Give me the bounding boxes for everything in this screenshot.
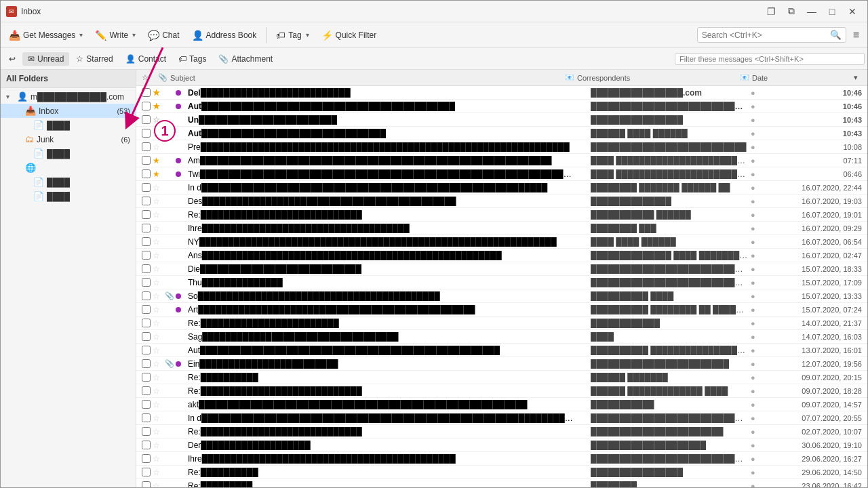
email-subject[interactable]: Ans█████████████████████████████████████…	[185, 251, 576, 260]
table-row[interactable]: ☆ Re:████████████████████████████ ██████…	[136, 208, 867, 222]
star-button[interactable]: ☆	[153, 454, 165, 464]
table-row[interactable]: ☆ Die████████████████████████████ ██████…	[136, 262, 867, 276]
col-header-date[interactable]: Date	[749, 74, 851, 82]
email-correspondent[interactable]: ████████████████	[588, 115, 751, 125]
email-subject[interactable]: Re:████████████████████████████	[185, 427, 576, 436]
star-button[interactable]: ☆	[153, 291, 165, 301]
email-subject[interactable]: So██████████████████████████████████████…	[185, 291, 576, 301]
attachment-filter-button[interactable]: 📎 Attachment	[213, 52, 278, 66]
email-subject[interactable]: Art█████████████████████████████████████…	[185, 305, 576, 314]
chat-button[interactable]: 💬 Chat	[142, 27, 184, 43]
email-checkbox[interactable]	[142, 102, 151, 110]
table-row[interactable]: ☆ Art███████████████████████████████████…	[136, 303, 867, 317]
tag-dropdown-arrow[interactable]: ▾	[306, 31, 309, 39]
star-button[interactable]: ☆	[153, 413, 165, 423]
row-checkbox[interactable]	[139, 183, 153, 192]
email-checkbox[interactable]	[142, 142, 151, 151]
star-button[interactable]: ☆	[153, 197, 165, 206]
quick-filter-button[interactable]: ⚡ Quick Filter	[316, 27, 382, 43]
email-correspondent[interactable]: ██████ ███████	[588, 373, 751, 382]
email-subject[interactable]: NY██████████████████████████████████████…	[185, 237, 576, 247]
row-checkbox[interactable]	[139, 481, 153, 487]
back-button[interactable]: ↩	[3, 52, 21, 66]
star-button[interactable]: ☆	[153, 373, 165, 382]
email-subject[interactable]: Re:██████████	[185, 373, 576, 382]
email-checkbox[interactable]	[142, 183, 151, 192]
row-checkbox[interactable]	[139, 413, 153, 422]
row-checkbox[interactable]	[139, 264, 153, 273]
row-checkbox[interactable]	[139, 156, 153, 165]
row-checkbox[interactable]	[139, 115, 153, 124]
star-button[interactable]: ☆	[153, 400, 165, 409]
email-subject[interactable]: Re:████████████████████████	[185, 319, 576, 328]
get-messages-button[interactable]: 📥 Get Messages ▾	[3, 27, 88, 43]
email-checkbox[interactable]	[142, 210, 151, 219]
row-checkbox[interactable]	[139, 386, 153, 395]
email-correspondent[interactable]: ██████████████ ████ ████████████████	[588, 251, 751, 260]
email-correspondent[interactable]: ███████████████████████████	[588, 142, 751, 152]
email-checkbox[interactable]	[142, 156, 151, 165]
row-checkbox[interactable]	[139, 454, 153, 463]
email-subject[interactable]: Sag██████████████████████████████████	[185, 332, 576, 342]
row-checkbox[interactable]	[139, 129, 153, 138]
email-checkbox[interactable]	[142, 264, 151, 273]
table-row[interactable]: ☆ Re:████████████████████████ ██████████…	[136, 317, 867, 330]
star-button[interactable]: ☆	[153, 332, 165, 342]
email-correspondent[interactable]: ██████ ████ ██████	[588, 129, 751, 138]
sidebar-account[interactable]: ▾ 👤 m████████████.com	[1, 89, 136, 104]
tag-button[interactable]: 🏷 Tag ▾	[271, 27, 314, 43]
table-row[interactable]: ☆ Ihre██████████████████████████████████…	[136, 452, 867, 466]
email-checkbox[interactable]	[142, 400, 151, 409]
table-row[interactable]: ★ Aut███████████████████████████████████…	[136, 100, 867, 113]
star-button[interactable]: ☆	[153, 142, 165, 152]
email-checkbox[interactable]	[142, 481, 151, 487]
table-row[interactable]: ★ Del██████████████████████████ ████████…	[136, 86, 867, 100]
table-row[interactable]: ☆ In d██████████████████████████████████…	[136, 411, 867, 425]
sidebar-item-extra[interactable]: 🌐	[1, 161, 136, 175]
email-correspondent[interactable]: ████████████████████████████	[588, 102, 751, 111]
sidebar-doc4[interactable]: 📄 ████	[1, 189, 136, 203]
email-correspondent[interactable]: ███████████	[588, 400, 751, 409]
email-correspondent[interactable]: ███████████ ██████	[588, 210, 751, 220]
email-subject[interactable]: Ihre████████████████████████████████████…	[185, 454, 576, 464]
col-header-star[interactable]: ☆	[139, 73, 155, 82]
table-row[interactable]: ☆ In d██████████████████████████████████…	[136, 181, 867, 195]
email-checkbox[interactable]	[142, 88, 151, 97]
email-subject[interactable]: Am██████████████████████████████████████…	[185, 156, 576, 165]
email-correspondent[interactable]: ████████ ███████ ██████ ██	[588, 183, 751, 192]
row-checkbox[interactable]	[139, 332, 153, 341]
table-row[interactable]: ☆ 📎 So██████████████████████████████████…	[136, 289, 867, 303]
email-subject[interactable]: Un████████████████████████	[185, 115, 576, 125]
email-correspondent[interactable]: ████	[588, 332, 751, 342]
table-row[interactable]: ☆ Der███████████████████ ███████████████…	[136, 439, 867, 452]
email-correspondent[interactable]: ████████████████████████████████████	[588, 264, 751, 274]
table-row[interactable]: ☆ akt███████████████████████████████████…	[136, 398, 867, 411]
filter-search-input[interactable]	[679, 55, 860, 63]
email-subject[interactable]: In d████████████████████████████████████…	[185, 413, 576, 423]
col-header-sort[interactable]: ▾	[851, 73, 865, 82]
email-subject[interactable]: Twi█████████████████████████████████████…	[185, 169, 576, 179]
menu-button[interactable]: ≡	[848, 26, 865, 44]
email-checkbox[interactable]	[142, 197, 151, 205]
row-checkbox[interactable]	[139, 237, 153, 246]
table-row[interactable]: ☆ Un████████████████████████ ███████████…	[136, 113, 867, 127]
table-row[interactable]: ☆ Re:██████████ ██████ ███████ ● 09.07.2…	[136, 371, 867, 384]
search-submit-button[interactable]: 🔍	[830, 30, 842, 40]
table-row[interactable]: ☆ Re:██████████ ████████████████ ● 29.06…	[136, 466, 867, 479]
email-subject[interactable]: akt█████████████████████████████████████…	[185, 400, 576, 409]
row-checkbox[interactable]	[139, 359, 153, 368]
email-subject[interactable]: Re:████████████████████████████	[185, 386, 576, 396]
star-button[interactable]: ☆	[153, 319, 165, 328]
email-checkbox[interactable]	[142, 332, 151, 341]
contact-filter-button[interactable]: 👤 Contact	[120, 52, 172, 66]
email-checkbox[interactable]	[142, 346, 151, 354]
table-row[interactable]: ☆ Ans███████████████████████████████████…	[136, 249, 867, 262]
email-subject[interactable]: Des█████████████████████████████████████…	[185, 197, 576, 206]
email-checkbox[interactable]	[142, 169, 151, 178]
table-row[interactable]: ☆ Pre███████████████████████████████████…	[136, 140, 867, 154]
col-header-correspondent[interactable]: Correspondents	[574, 74, 737, 82]
email-subject[interactable]: In d████████████████████████████████████…	[185, 183, 576, 192]
star-button[interactable]: ☆	[153, 183, 165, 192]
row-checkbox[interactable]	[139, 373, 153, 382]
star-button[interactable]: ☆	[153, 441, 165, 450]
